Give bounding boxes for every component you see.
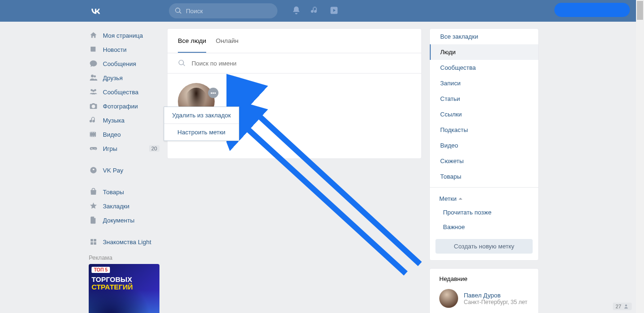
music-icon[interactable] [310, 6, 320, 16]
tab-all-people[interactable]: Все люди [178, 29, 206, 53]
message-icon [89, 59, 98, 68]
games-badge: 20 [149, 145, 159, 152]
cat-links[interactable]: Ссылки [430, 107, 538, 122]
create-tag-button[interactable]: Создать новую метку [435, 239, 533, 254]
ad-label: Реклама [89, 255, 159, 261]
cat-podcasts[interactable]: Подкасты [430, 122, 538, 138]
person-card[interactable]: ••• Павел Дуров Удалить из закладок Наст… [178, 83, 216, 131]
bookmarks-card: Все люди Онлайн ••• Павел Дуров Удалить … [167, 28, 422, 159]
cat-people[interactable]: Люди [430, 44, 538, 60]
members-counter[interactable]: 27 [613, 303, 632, 310]
nav-my-page[interactable]: Моя страница [89, 28, 159, 42]
cat-posts[interactable]: Записи [430, 75, 538, 91]
person-icon [623, 304, 629, 309]
ad-banner[interactable]: ТОП 5 ТОРГОВЫХ СТРАТЕГИЙ [89, 264, 159, 313]
nav-news[interactable]: Новости [89, 42, 159, 57]
cat-market[interactable]: Товары [430, 169, 538, 184]
left-sidebar: Моя страница Новости Сообщения Друзья Со… [89, 28, 159, 313]
cat-video[interactable]: Видео [430, 138, 538, 153]
groups-icon [89, 88, 98, 96]
tags-header[interactable]: Метки [430, 190, 538, 205]
people-search-input[interactable] [192, 60, 411, 67]
nav-video[interactable]: Видео [89, 127, 159, 141]
nav-friends[interactable]: Друзья [89, 71, 159, 85]
nav-market[interactable]: Товары [89, 185, 159, 199]
cat-articles[interactable]: Статьи [430, 91, 538, 107]
more-button[interactable]: ••• [208, 88, 218, 98]
scrollbar[interactable] [636, 0, 644, 313]
recent-header: Недавние [430, 269, 538, 289]
nav-groups[interactable]: Сообщества [89, 85, 159, 99]
grid-icon [89, 238, 98, 246]
menu-remove-bookmark[interactable]: Удалить из закладок [164, 107, 239, 124]
header-bar: Поиск [0, 0, 644, 22]
recent-subtitle: Санкт-Петербург, 35 лет [464, 299, 527, 305]
vk-logo[interactable] [89, 4, 103, 18]
chevron-up-icon [459, 198, 462, 200]
recent-card: Недавние Павел Дуров Санкт-Петербург, 35… [429, 268, 539, 313]
bookmark-categories: Все закладки Люди Сообщества Записи Стат… [429, 28, 539, 261]
search-icon [175, 7, 182, 15]
tag-important[interactable]: Важное [430, 220, 538, 234]
user-menu[interactable] [554, 3, 630, 17]
gamepad-icon [89, 144, 98, 153]
nav-photos[interactable]: Фотографии [89, 99, 159, 113]
cat-all[interactable]: Все закладки [430, 29, 538, 44]
tabs: Все люди Онлайн [167, 29, 421, 53]
nav-messages[interactable]: Сообщения [89, 57, 159, 71]
camera-icon [89, 102, 98, 110]
pay-icon [89, 166, 98, 174]
doc-icon [89, 216, 98, 224]
tag-read-later[interactable]: Прочитать позже [430, 205, 538, 220]
star-icon [89, 202, 98, 210]
home-icon [89, 31, 98, 40]
nav-bookmarks[interactable]: Закладки [89, 199, 159, 213]
video-icon [89, 130, 98, 139]
note-icon [89, 116, 98, 124]
news-icon [89, 45, 98, 54]
bag-icon [89, 188, 98, 196]
play-icon[interactable] [329, 6, 339, 16]
nav-music[interactable]: Музыка [89, 113, 159, 127]
people-search[interactable] [167, 53, 421, 74]
notifications-icon[interactable] [292, 6, 301, 16]
nav-docs[interactable]: Документы [89, 213, 159, 227]
recent-avatar [439, 289, 458, 308]
nav-games[interactable]: Игры20 [89, 141, 159, 156]
search-placeholder: Поиск [186, 8, 203, 15]
menu-configure-tags[interactable]: Настроить метки [164, 124, 239, 140]
cat-groups[interactable]: Сообщества [430, 60, 538, 75]
recent-name: Павел Дуров [464, 292, 527, 299]
friends-icon [89, 74, 98, 82]
tab-online[interactable]: Онлайн [216, 29, 238, 53]
nav-vkpay[interactable]: VK Pay [89, 163, 159, 177]
recent-item[interactable]: Павел Дуров Санкт-Петербург, 35 лет [430, 289, 538, 313]
header-search[interactable]: Поиск [169, 3, 277, 18]
search-icon [178, 59, 186, 67]
cat-stories[interactable]: Сюжеты [430, 153, 538, 169]
nav-dating[interactable]: Знакомства Light [89, 235, 159, 249]
context-menu: Удалить из закладок Настроить метки [164, 107, 239, 141]
